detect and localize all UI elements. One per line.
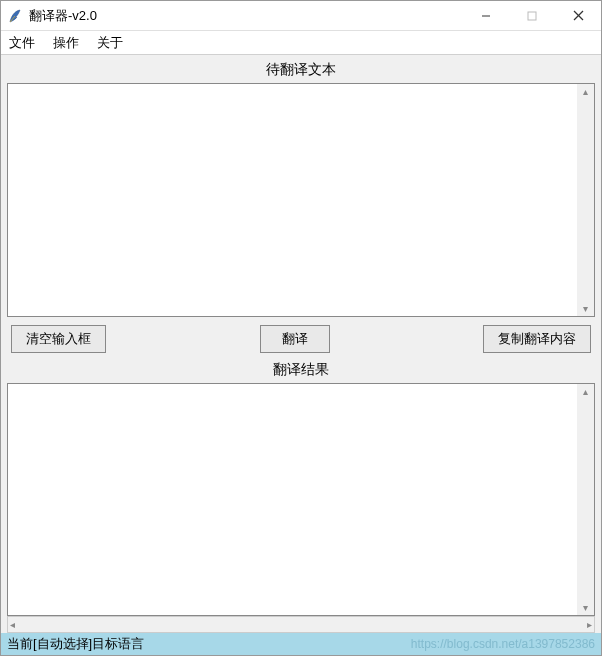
source-heading: 待翻译文本	[7, 59, 595, 83]
app-feather-icon	[7, 8, 23, 24]
scroll-down-icon: ▾	[583, 602, 588, 613]
window-controls	[463, 1, 601, 30]
scroll-right-icon: ▸	[587, 619, 592, 630]
menubar: 文件 操作 关于	[1, 31, 601, 55]
source-textarea-wrap: ▴ ▾	[7, 83, 595, 317]
translate-button[interactable]: 翻译	[260, 325, 330, 353]
clear-input-button[interactable]: 清空输入框	[11, 325, 106, 353]
svg-rect-1	[528, 12, 536, 20]
result-vertical-scrollbar[interactable]: ▴ ▾	[577, 384, 594, 616]
scroll-up-icon: ▴	[583, 86, 588, 97]
content-area: 待翻译文本 ▴ ▾ 清空输入框 翻译 复制翻译内容 翻译结果 ▴ ▾ ◂ ▸	[1, 55, 601, 633]
scroll-left-icon: ◂	[10, 619, 15, 630]
menu-about[interactable]: 关于	[95, 32, 125, 54]
watermark-text: https://blog.csdn.net/a1397852386	[411, 637, 595, 651]
status-text: 当前[自动选择]目标语言	[7, 635, 144, 653]
menu-action[interactable]: 操作	[51, 32, 81, 54]
statusbar: 当前[自动选择]目标语言 https://blog.csdn.net/a1397…	[1, 633, 601, 655]
minimize-button[interactable]	[463, 1, 509, 30]
result-textarea[interactable]	[8, 384, 577, 616]
titlebar: 翻译器-v2.0	[1, 1, 601, 31]
result-heading: 翻译结果	[7, 359, 595, 383]
button-row: 清空输入框 翻译 复制翻译内容	[7, 317, 595, 359]
source-vertical-scrollbar[interactable]: ▴ ▾	[577, 84, 594, 316]
app-window: 翻译器-v2.0 文件 操作 关于 待翻译文本 ▴ ▾ 清空	[0, 0, 602, 656]
window-title: 翻译器-v2.0	[29, 7, 463, 25]
copy-result-button[interactable]: 复制翻译内容	[483, 325, 591, 353]
close-button[interactable]	[555, 1, 601, 30]
scroll-down-icon: ▾	[583, 303, 588, 314]
menu-file[interactable]: 文件	[7, 32, 37, 54]
maximize-button[interactable]	[509, 1, 555, 30]
horizontal-scrollbar[interactable]: ◂ ▸	[7, 616, 595, 633]
result-textarea-wrap: ▴ ▾	[7, 383, 595, 617]
scroll-up-icon: ▴	[583, 386, 588, 397]
source-textarea[interactable]	[8, 84, 577, 316]
